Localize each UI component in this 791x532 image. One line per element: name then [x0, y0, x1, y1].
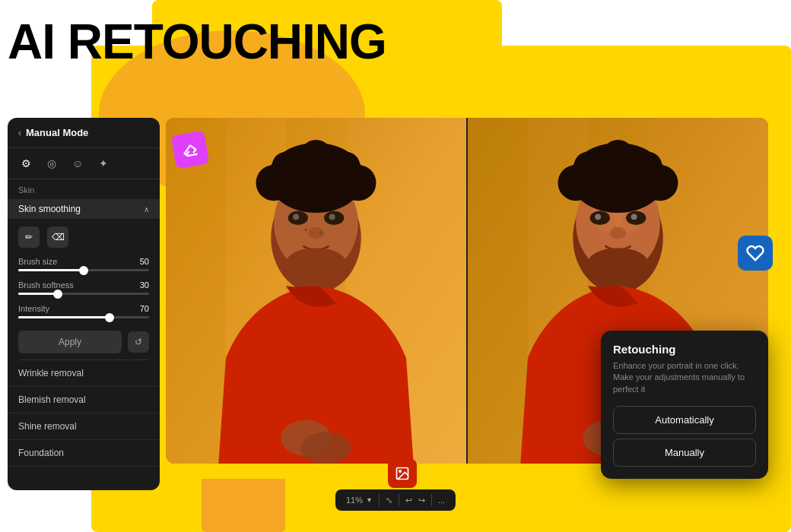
- svg-point-18: [329, 214, 335, 220]
- undo-button[interactable]: ↩: [405, 496, 412, 505]
- intensity-slider-row: Intensity 70: [8, 301, 160, 325]
- brush-softness-track[interactable]: [18, 293, 149, 295]
- svg-point-41: [631, 214, 637, 220]
- manually-button[interactable]: Manually: [613, 439, 756, 467]
- zoom-display[interactable]: 11% ▼: [346, 496, 373, 505]
- panel-header[interactable]: ‹ Manual Mode: [8, 118, 160, 148]
- brush-softness-slider-row: Brush softness 30: [8, 277, 160, 301]
- svg-point-28: [286, 248, 346, 278]
- chevron-up-icon: ∧: [144, 205, 149, 214]
- left-panel: ‹ Manual Mode ⚙ ◎ ☺ ✦ Skin Skin smoothin…: [8, 118, 160, 490]
- shine-removal-item[interactable]: Shine removal: [8, 413, 160, 440]
- eraser-tool-btn[interactable]: ⌫: [47, 226, 68, 248]
- brush-size-track[interactable]: [18, 269, 149, 271]
- wrinkle-removal-item[interactable]: Wrinkle removal: [8, 360, 160, 387]
- blemish-removal-item[interactable]: Blemish removal: [8, 387, 160, 413]
- photo-before: [166, 118, 466, 464]
- apply-button[interactable]: Apply: [18, 331, 122, 353]
- magic-icon[interactable]: ✦: [96, 156, 111, 171]
- more-button[interactable]: ...: [438, 496, 445, 505]
- automatically-button[interactable]: Automatically: [613, 406, 756, 434]
- resize-tool[interactable]: ⤡: [386, 496, 392, 505]
- svg-point-19: [308, 227, 324, 239]
- toolbar-divider-1: [379, 494, 380, 506]
- reset-button[interactable]: ↺: [128, 331, 149, 353]
- svg-point-51: [588, 248, 648, 278]
- svg-point-13: [304, 228, 307, 231]
- deco-bottom: [202, 479, 285, 532]
- popup-title: Retouching: [613, 343, 756, 356]
- apply-row: Apply ↺: [8, 325, 160, 359]
- intensity-value: 70: [140, 304, 149, 313]
- popup-description: Enhance your portrait in one click. Make…: [613, 360, 756, 395]
- eraser-badge[interactable]: [171, 131, 210, 169]
- heart-badge[interactable]: [738, 236, 773, 271]
- svg-point-27: [301, 432, 351, 464]
- skin-smoothing-row[interactable]: Skin smoothing ∧: [8, 199, 160, 219]
- brush-size-slider-row: Brush size 50: [8, 254, 160, 277]
- chevron-down-icon: ▼: [366, 496, 373, 504]
- svg-point-40: [595, 214, 601, 220]
- toolbar-divider-3: [431, 494, 432, 506]
- panel-title: Manual Mode: [26, 127, 88, 138]
- svg-point-17: [293, 214, 299, 220]
- svg-rect-1: [166, 118, 226, 464]
- pencil-tool-btn[interactable]: ✏: [18, 226, 40, 248]
- svg-point-47: [634, 152, 662, 180]
- foundation-item[interactable]: Foundation: [8, 440, 160, 467]
- brush-tools: ✏ ⌫: [8, 220, 160, 254]
- intensity-label: Intensity: [18, 304, 49, 313]
- face-icon[interactable]: ☺: [70, 156, 85, 171]
- back-icon[interactable]: ‹: [18, 128, 21, 138]
- panel-icons: ⚙ ◎ ☺ ✦: [8, 148, 160, 179]
- svg-point-48: [602, 140, 634, 172]
- svg-point-46: [574, 152, 602, 180]
- toolbar-divider-2: [399, 494, 399, 506]
- brush-softness-label: Brush softness: [18, 280, 74, 290]
- brush-softness-value: 30: [140, 280, 149, 290]
- brush-size-value: 50: [140, 257, 149, 266]
- image-badge[interactable]: [388, 459, 417, 488]
- settings-icon[interactable]: ⚙: [18, 156, 33, 171]
- svg-point-25: [300, 140, 332, 172]
- zoom-value: 11%: [346, 496, 363, 505]
- svg-point-23: [272, 152, 300, 180]
- bottom-toolbar: 11% ▼ ⤡ ↩ ↪ ...: [335, 489, 456, 511]
- svg-point-24: [332, 152, 361, 180]
- redo-button[interactable]: ↪: [418, 496, 425, 505]
- svg-point-53: [399, 470, 402, 473]
- svg-rect-30: [468, 118, 528, 464]
- brush-size-label: Brush size: [18, 257, 57, 266]
- intensity-track[interactable]: [18, 316, 149, 318]
- retouching-popup: Retouching Enhance your portrait in one …: [601, 331, 768, 479]
- page-title: AI RETOUCHING: [8, 14, 386, 70]
- section-label: Skin: [8, 179, 160, 198]
- eye-icon[interactable]: ◎: [44, 156, 59, 171]
- skin-smoothing-label: Skin smoothing: [18, 204, 81, 214]
- svg-point-42: [610, 227, 626, 239]
